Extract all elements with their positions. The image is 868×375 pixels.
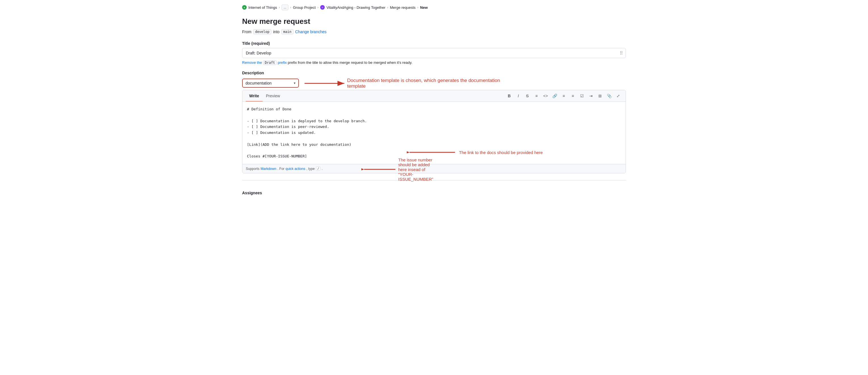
draft-notice-suffix: prefix from the title to allow this merg… xyxy=(288,60,412,65)
editor-line-6 xyxy=(247,136,621,142)
italic-icon: I xyxy=(518,94,519,98)
breadcrumb-link-mr[interactable]: Merge requests xyxy=(390,5,415,10)
toolbar-bold-button[interactable]: B xyxy=(505,92,513,100)
supports-text: Supports xyxy=(246,167,259,171)
breadcrumb-link-project[interactable]: VitalityAndAging - Drawing Together xyxy=(327,5,385,10)
template-value: documentation xyxy=(246,81,272,86)
breadcrumb-sep-4: › xyxy=(387,5,388,9)
breadcrumb-link-group[interactable]: Group Project xyxy=(293,5,316,10)
page-title: New merge request xyxy=(242,17,626,26)
toolbar-numbered-button[interactable]: ≡ xyxy=(569,92,577,100)
toolbar-task-button[interactable]: ☑ xyxy=(578,92,586,100)
breadcrumb-iot: ● Internet of Things xyxy=(242,5,277,10)
title-label: Title (required) xyxy=(242,41,626,46)
editor-tabs-left: Write Preview xyxy=(246,91,284,101)
draft-notice: Remove the Draft prefix prefix from the … xyxy=(242,60,626,65)
editor-body[interactable]: # Definition of Done - [ ] Documentation… xyxy=(242,102,626,164)
page-container: ● Internet of Things › ... › Group Proje… xyxy=(235,0,633,206)
breadcrumb-group: Group Project xyxy=(293,5,316,10)
breadcrumb: ● Internet of Things › ... › Group Proje… xyxy=(242,4,626,10)
breadcrumb-project: V VitalityAndAging - Drawing Together xyxy=(320,5,385,10)
editor-footer: Supports Markdown . For quick actions , … xyxy=(242,164,626,173)
toolbar-attach-button[interactable]: 📎 xyxy=(605,92,613,100)
table-icon: ⊞ xyxy=(598,94,602,98)
template-annotation-text: Documentation template is chosen, which … xyxy=(347,78,512,89)
tab-write[interactable]: Write xyxy=(246,91,262,102)
toolbar-code-button[interactable]: <> xyxy=(541,92,550,100)
branch-into-label: into xyxy=(273,30,280,34)
footer-period: . xyxy=(321,167,322,171)
branch-from-tag: develop xyxy=(253,29,272,34)
numbered-list-icon: ≡ xyxy=(572,94,574,98)
toolbar-heading-button[interactable]: ≡ xyxy=(532,92,540,100)
editor-container: Write Preview B I S ≡ <> 🔗 ≡ ≡ ☑ ⇥ ⊞ 📎 ⤢ xyxy=(242,90,626,173)
editor-line-closes: Closes #[YOUR-ISSUE-NUMBER] xyxy=(247,154,307,158)
breadcrumb-sep-3: › xyxy=(317,5,318,9)
code-icon: <> xyxy=(543,94,548,98)
task-list-icon: ☑ xyxy=(580,94,584,98)
editor-line-1: # Definition of Done xyxy=(247,106,621,112)
editor-line-7 xyxy=(247,148,621,154)
slash-badge: / xyxy=(316,167,321,171)
branch-into-tag: main xyxy=(281,29,293,34)
template-arrow-svg xyxy=(302,76,347,91)
description-section: Description xyxy=(242,71,626,75)
editor-toolbar: B I S ≡ <> 🔗 ≡ ≡ ☑ ⇥ ⊞ 📎 ⤢ xyxy=(505,90,622,102)
toolbar-strikethrough-button[interactable]: S xyxy=(523,92,531,100)
editor-line-4: - [ ] Documentation is peer-reviewed. xyxy=(247,124,621,130)
fullscreen-icon: ⤢ xyxy=(617,94,620,98)
chevron-down-icon: ▾ xyxy=(294,81,296,85)
editor-line-2 xyxy=(247,112,621,118)
editor-line-3: - [ ] Documentation is deployed to the d… xyxy=(247,118,621,124)
draft-badge: Draft xyxy=(263,60,277,65)
editor-line-5: - [ ] Documentation is updated. xyxy=(247,130,621,136)
branch-info: From develop into main Change branches xyxy=(242,29,626,34)
toolbar-indent-button[interactable]: ⇥ xyxy=(587,92,595,100)
title-input[interactable] xyxy=(242,48,626,58)
footer-for-text: . For xyxy=(277,167,284,171)
template-annotation-group: Documentation template is chosen, which … xyxy=(302,76,512,91)
breadcrumb-mr: Merge requests xyxy=(390,5,415,10)
toolbar-bullet-button[interactable]: ≡ xyxy=(560,92,568,100)
remove-draft-link[interactable]: Remove the Draft prefix xyxy=(242,60,287,65)
breadcrumb-active: New xyxy=(420,5,428,10)
project-avatar-icon: V xyxy=(320,5,325,10)
toolbar-link-button[interactable]: 🔗 xyxy=(551,92,559,100)
assignees-section: Assignees xyxy=(242,180,626,195)
strikethrough-icon: S xyxy=(526,94,529,98)
toolbar-fullscreen-button[interactable]: ⤢ xyxy=(614,92,622,100)
toolbar-table-button[interactable]: ⊞ xyxy=(596,92,604,100)
template-row: documentation ▾ Documentation template i… xyxy=(242,78,626,88)
template-dropdown[interactable]: documentation ▾ xyxy=(242,78,299,88)
title-input-wrapper: ⠿ xyxy=(242,48,626,58)
markdown-link[interactable]: Markdown xyxy=(260,167,276,171)
resize-icon: ⠿ xyxy=(620,50,623,56)
change-branches-link[interactable]: Change branches xyxy=(295,30,327,34)
iot-icon: ● xyxy=(242,5,247,10)
breadcrumb-sep-2: › xyxy=(290,5,291,9)
tab-preview[interactable]: Preview xyxy=(262,91,284,102)
heading-icon: ≡ xyxy=(535,94,537,98)
toolbar-italic-button[interactable]: I xyxy=(514,92,522,100)
editor-wrapper: Write Preview B I S ≡ <> 🔗 ≡ ≡ ☑ ⇥ ⊞ 📎 ⤢ xyxy=(242,90,626,173)
editor-line-closes-wrapper: Closes #[YOUR-ISSUE-NUMBER] ✓ xyxy=(247,154,621,160)
attach-icon: 📎 xyxy=(607,94,612,98)
breadcrumb-link-iot[interactable]: Internet of Things xyxy=(248,5,277,10)
branch-from-label: From xyxy=(242,30,251,34)
bullet-list-icon: ≡ xyxy=(563,94,565,98)
title-section: Title (required) ⠿ Remove the Draft pref… xyxy=(242,41,626,65)
quick-actions-link[interactable]: quick actions xyxy=(285,167,305,171)
editor-tabs-bar: Write Preview B I S ≡ <> 🔗 ≡ ≡ ☑ ⇥ ⊞ 📎 ⤢ xyxy=(242,90,626,102)
breadcrumb-more-button[interactable]: ... xyxy=(282,4,288,10)
link-icon: 🔗 xyxy=(552,94,557,98)
description-label: Description xyxy=(242,71,626,75)
breadcrumb-sep-5: › xyxy=(417,5,418,9)
footer-type-text: , type xyxy=(306,167,314,171)
breadcrumb-more: ... xyxy=(282,4,288,10)
breadcrumb-sep-1: › xyxy=(279,5,280,9)
bold-icon: B xyxy=(508,94,510,98)
editor-line-link: [Link](ADD the link here to your documen… xyxy=(247,142,621,148)
indent-icon: ⇥ xyxy=(589,94,593,98)
assignees-label: Assignees xyxy=(242,191,626,195)
